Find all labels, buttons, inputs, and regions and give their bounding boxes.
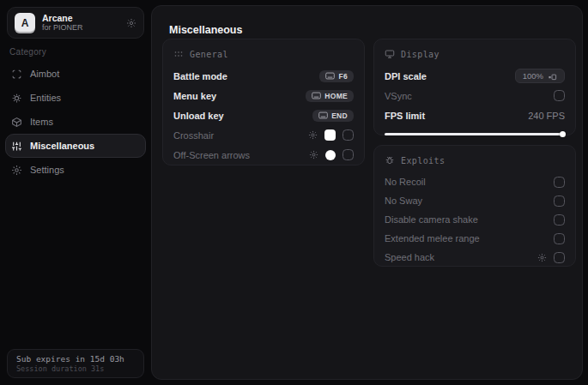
no-recoil-label: No Recoil (385, 177, 426, 187)
menu-key-label: Menu key (173, 91, 216, 101)
sidebar-item-label: Miscellaneous (30, 141, 94, 151)
display-card-title: Display (401, 50, 439, 59)
page-title: Miscellaneous (169, 24, 242, 36)
app-header-card: A Arcane for PIONER (7, 7, 144, 39)
menu-key-row: Menu key HOME (173, 86, 354, 105)
no-recoil-row: No Recoil (385, 172, 565, 191)
sliders-icon (11, 141, 22, 152)
package-icon (11, 117, 22, 128)
unload-key-label: Unload key (173, 111, 224, 121)
speed-hack-settings-gear-icon[interactable] (537, 253, 547, 262)
app-header-text: Arcane for PIONER (42, 13, 83, 32)
general-card-title: General (190, 50, 228, 59)
crosshair-checkbox[interactable] (342, 129, 354, 141)
offscreen-arrows-row: Off-Screen arrows (173, 145, 354, 165)
sidebar-item-label: Aimbot (30, 69, 59, 79)
extended-melee-range-checkbox[interactable] (554, 233, 565, 244)
offscreen-checkbox[interactable] (342, 149, 354, 160)
vsync-row: VSync (385, 86, 565, 105)
extended-melee-range-label: Extended melee range (385, 233, 480, 244)
offscreen-settings-gear-icon[interactable] (309, 150, 318, 159)
crosshair-color-swatch[interactable] (324, 129, 336, 141)
crosshair-settings-gear-icon[interactable] (308, 130, 318, 140)
general-card-header: General (173, 47, 354, 61)
dpi-scale-row: DPI scale 100% (385, 66, 565, 86)
disable-camera-shake-row: Disable camera shake (385, 210, 565, 229)
slider-track (385, 133, 565, 135)
sidebar: A Arcane for PIONER Category Aim (0, 0, 151, 385)
sidebar-item-entities[interactable]: Entities (5, 86, 146, 110)
extended-melee-range-row: Extended melee range (385, 229, 565, 248)
sidebar-item-label: Items (30, 117, 53, 127)
entities-icon (11, 93, 22, 104)
speed-hack-row: Speed hack (385, 248, 565, 267)
sidebar-item-label: Entities (30, 93, 61, 103)
sidebar-nav: Aimbot Entities Items (0, 62, 151, 182)
session-duration-text: Session duration 31s (16, 364, 135, 373)
no-sway-checkbox[interactable] (554, 196, 565, 207)
no-sway-row: No Sway (385, 191, 565, 210)
monitor-icon (385, 49, 395, 59)
offscreen-color-swatch[interactable] (325, 150, 336, 160)
vsync-label: VSync (385, 91, 412, 101)
exploits-card-header: Exploits (385, 153, 565, 167)
battle-mode-key: F6 (338, 72, 348, 81)
keyboard-icon (318, 111, 328, 119)
battle-mode-keybind[interactable]: F6 (319, 70, 354, 82)
sidebar-item-label: Settings (30, 165, 64, 175)
keyboard-icon (325, 72, 335, 80)
battle-mode-row: Battle mode F6 (173, 66, 354, 86)
slider-knob[interactable] (560, 131, 566, 137)
exploits-card-title: Exploits (401, 156, 445, 165)
app-window: A Arcane for PIONER Category Aim (0, 0, 588, 385)
no-recoil-checkbox[interactable] (554, 177, 565, 188)
unload-key-value: END (331, 111, 348, 120)
fps-limit-slider[interactable] (385, 131, 565, 137)
bug-icon (385, 155, 395, 165)
grid-icon (173, 49, 184, 59)
sidebar-item-aimbot[interactable]: Aimbot (5, 62, 146, 86)
sidebar-item-settings[interactable]: Settings (5, 158, 146, 182)
menu-key-value: HOME (324, 92, 348, 100)
offscreen-arrows-label: Off-Screen arrows (173, 150, 250, 160)
exploits-card: Exploits No Recoil No Sway Disable camer… (373, 145, 576, 267)
disable-camera-shake-label: Disable camera shake (385, 214, 478, 225)
menu-keybind[interactable]: HOME (306, 90, 354, 102)
app-logo: A (15, 13, 35, 33)
fps-limit-label: FPS limit (385, 111, 425, 121)
main-panel: Miscellaneous General Battle mode (151, 5, 583, 380)
dpi-scale-value: 100% (523, 71, 543, 81)
scan-icon (11, 69, 22, 80)
disable-camera-shake-checkbox[interactable] (554, 214, 565, 226)
vsync-checkbox[interactable] (554, 90, 565, 101)
crosshair-label: Crosshair (173, 130, 214, 141)
sidebar-item-items[interactable]: Items (5, 110, 146, 134)
speed-hack-checkbox[interactable] (554, 252, 565, 263)
app-name: Arcane (42, 13, 83, 23)
dpi-scale-select[interactable]: 100% (515, 69, 565, 83)
battle-mode-label: Battle mode (173, 71, 227, 81)
fps-limit-row: FPS limit 240 FPS (385, 105, 565, 125)
display-card: Display DPI scale 100% VSync (373, 39, 576, 135)
scale-icon (548, 71, 557, 81)
unload-key-row: Unload key END (173, 105, 354, 125)
header-gear-icon[interactable] (126, 18, 136, 28)
keyboard-icon (312, 92, 321, 99)
speed-hack-label: Speed hack (385, 252, 434, 262)
no-sway-label: No Sway (385, 196, 422, 206)
sidebar-item-miscellaneous[interactable]: Miscellaneous (5, 134, 146, 158)
app-subtitle: for PIONER (42, 23, 83, 32)
category-label: Category (9, 47, 46, 57)
crosshair-row: Crosshair (173, 125, 354, 145)
gear-icon (11, 165, 22, 176)
unload-keybind[interactable]: END (312, 110, 354, 122)
fps-limit-value: 240 FPS (528, 111, 565, 121)
display-card-header: Display (385, 47, 565, 61)
general-card: General Battle mode F6 Menu key (162, 39, 365, 165)
sub-expires-text: Sub expires in 15d 03h (16, 354, 135, 364)
subscription-card: Sub expires in 15d 03h Session duration … (7, 349, 144, 378)
dpi-scale-label: DPI scale (385, 71, 427, 81)
